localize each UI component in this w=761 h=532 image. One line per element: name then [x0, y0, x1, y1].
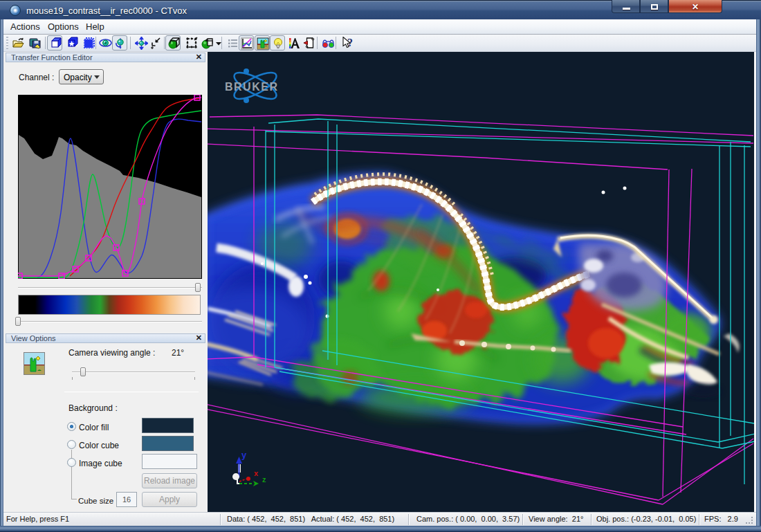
svg-text:BRUKER: BRUKER — [225, 81, 278, 93]
svg-text:y: y — [241, 450, 247, 460]
svg-text:x: x — [254, 469, 259, 477]
svg-text:z: z — [262, 475, 266, 484]
